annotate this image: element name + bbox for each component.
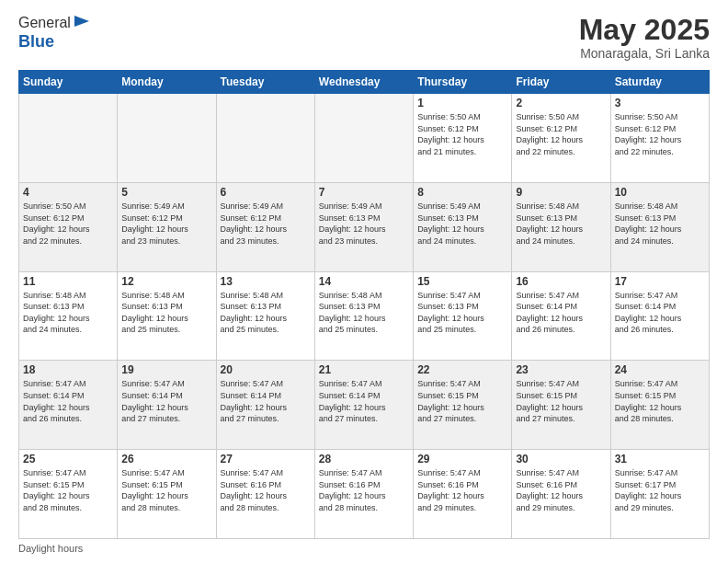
calendar-cell: 25Sunrise: 5:47 AM Sunset: 6:15 PM Dayli… (19, 450, 118, 539)
calendar-cell: 15Sunrise: 5:47 AM Sunset: 6:13 PM Dayli… (414, 271, 512, 361)
day-number: 22 (417, 363, 507, 376)
day-info: Sunrise: 5:49 AM Sunset: 6:12 PM Dayligh… (221, 201, 311, 247)
calendar-cell: 18Sunrise: 5:47 AM Sunset: 6:14 PM Dayli… (19, 361, 118, 450)
day-number: 31 (615, 453, 705, 465)
day-number: 14 (319, 275, 409, 288)
calendar-cell: 1Sunrise: 5:50 AM Sunset: 6:12 PM Daylig… (414, 94, 512, 183)
day-info: Sunrise: 5:47 AM Sunset: 6:16 PM Dayligh… (516, 467, 606, 513)
calendar-cell: 28Sunrise: 5:47 AM Sunset: 6:16 PM Dayli… (314, 450, 413, 539)
title-block: May 2025 Monaragala, Sri Lanka (579, 14, 710, 61)
calendar-cell: 13Sunrise: 5:48 AM Sunset: 6:13 PM Dayli… (216, 271, 314, 361)
calendar-cell: 27Sunrise: 5:47 AM Sunset: 6:16 PM Dayli… (216, 450, 314, 539)
day-info: Sunrise: 5:50 AM Sunset: 6:12 PM Dayligh… (516, 111, 606, 157)
day-header-friday: Friday (512, 71, 610, 94)
month-title: May 2025 (579, 14, 710, 46)
day-number: 15 (417, 275, 507, 288)
day-info: Sunrise: 5:47 AM Sunset: 6:16 PM Dayligh… (319, 467, 409, 513)
day-header-saturday: Saturday (610, 71, 709, 94)
day-number: 2 (516, 97, 606, 109)
day-info: Sunrise: 5:48 AM Sunset: 6:13 PM Dayligh… (121, 290, 211, 336)
day-info: Sunrise: 5:47 AM Sunset: 6:14 PM Dayligh… (121, 378, 211, 424)
calendar-cell: 10Sunrise: 5:48 AM Sunset: 6:13 PM Dayli… (610, 182, 709, 271)
calendar-week-1: 1Sunrise: 5:50 AM Sunset: 6:12 PM Daylig… (19, 94, 710, 183)
calendar-cell: 3Sunrise: 5:50 AM Sunset: 6:12 PM Daylig… (610, 94, 709, 183)
calendar-header-row: SundayMondayTuesdayWednesdayThursdayFrid… (19, 71, 710, 94)
calendar-cell: 6Sunrise: 5:49 AM Sunset: 6:12 PM Daylig… (216, 182, 314, 271)
calendar-table: SundayMondayTuesdayWednesdayThursdayFrid… (18, 70, 710, 539)
day-info: Sunrise: 5:48 AM Sunset: 6:13 PM Dayligh… (615, 201, 705, 247)
day-number: 21 (319, 363, 409, 376)
day-number: 19 (121, 363, 211, 376)
day-info: Sunrise: 5:49 AM Sunset: 6:13 PM Dayligh… (319, 201, 409, 247)
day-info: Sunrise: 5:48 AM Sunset: 6:13 PM Dayligh… (221, 290, 311, 336)
calendar-cell (118, 94, 216, 183)
calendar-cell: 23Sunrise: 5:47 AM Sunset: 6:15 PM Dayli… (512, 361, 610, 450)
day-number: 11 (23, 275, 113, 288)
calendar-cell: 22Sunrise: 5:47 AM Sunset: 6:15 PM Dayli… (414, 361, 512, 450)
daylight-note: Daylight hours (18, 543, 83, 554)
day-number: 25 (23, 453, 113, 465)
day-info: Sunrise: 5:47 AM Sunset: 6:13 PM Dayligh… (417, 290, 507, 336)
day-info: Sunrise: 5:47 AM Sunset: 6:15 PM Dayligh… (417, 378, 507, 424)
calendar-cell: 11Sunrise: 5:48 AM Sunset: 6:13 PM Dayli… (19, 271, 118, 361)
day-info: Sunrise: 5:47 AM Sunset: 6:16 PM Dayligh… (417, 467, 507, 513)
day-header-monday: Monday (118, 71, 216, 94)
day-number: 12 (121, 275, 211, 288)
day-header-thursday: Thursday (414, 71, 512, 94)
day-info: Sunrise: 5:47 AM Sunset: 6:17 PM Dayligh… (615, 467, 705, 513)
day-number: 24 (615, 363, 705, 376)
day-header-sunday: Sunday (19, 71, 118, 94)
day-number: 17 (615, 275, 705, 288)
day-info: Sunrise: 5:47 AM Sunset: 6:14 PM Dayligh… (23, 378, 113, 424)
day-number: 10 (615, 186, 705, 199)
calendar-cell: 26Sunrise: 5:47 AM Sunset: 6:15 PM Dayli… (118, 450, 216, 539)
day-info: Sunrise: 5:49 AM Sunset: 6:12 PM Dayligh… (121, 201, 211, 247)
day-number: 5 (121, 186, 211, 199)
calendar-week-3: 11Sunrise: 5:48 AM Sunset: 6:13 PM Dayli… (19, 271, 710, 361)
day-number: 26 (121, 453, 211, 465)
location: Monaragala, Sri Lanka (579, 46, 710, 61)
day-info: Sunrise: 5:49 AM Sunset: 6:13 PM Dayligh… (417, 201, 507, 247)
day-number: 28 (319, 453, 409, 465)
day-number: 13 (221, 275, 311, 288)
page: General Blue May 2025 Monaragala, Sri La… (0, 0, 728, 563)
calendar-week-4: 18Sunrise: 5:47 AM Sunset: 6:14 PM Dayli… (19, 361, 710, 450)
calendar-cell (314, 94, 413, 183)
day-info: Sunrise: 5:47 AM Sunset: 6:14 PM Dayligh… (319, 378, 409, 424)
day-info: Sunrise: 5:48 AM Sunset: 6:13 PM Dayligh… (516, 201, 606, 247)
day-info: Sunrise: 5:50 AM Sunset: 6:12 PM Dayligh… (615, 111, 705, 157)
calendar-cell: 5Sunrise: 5:49 AM Sunset: 6:12 PM Daylig… (118, 182, 216, 271)
day-number: 23 (516, 363, 606, 376)
calendar-week-2: 4Sunrise: 5:50 AM Sunset: 6:12 PM Daylig… (19, 182, 710, 271)
calendar-cell: 2Sunrise: 5:50 AM Sunset: 6:12 PM Daylig… (512, 94, 610, 183)
day-info: Sunrise: 5:47 AM Sunset: 6:15 PM Dayligh… (615, 378, 705, 424)
calendar-cell: 30Sunrise: 5:47 AM Sunset: 6:16 PM Dayli… (512, 450, 610, 539)
calendar-cell: 9Sunrise: 5:48 AM Sunset: 6:13 PM Daylig… (512, 182, 610, 271)
calendar-cell: 16Sunrise: 5:47 AM Sunset: 6:14 PM Dayli… (512, 271, 610, 361)
day-number: 1 (417, 97, 507, 109)
day-info: Sunrise: 5:47 AM Sunset: 6:15 PM Dayligh… (23, 467, 113, 513)
day-number: 27 (221, 453, 311, 465)
day-number: 8 (417, 186, 507, 199)
calendar-cell: 19Sunrise: 5:47 AM Sunset: 6:14 PM Dayli… (118, 361, 216, 450)
day-header-tuesday: Tuesday (216, 71, 314, 94)
logo: General Blue (18, 14, 91, 52)
calendar-cell: 12Sunrise: 5:48 AM Sunset: 6:13 PM Dayli… (118, 271, 216, 361)
day-info: Sunrise: 5:48 AM Sunset: 6:13 PM Dayligh… (23, 290, 113, 336)
calendar-cell: 24Sunrise: 5:47 AM Sunset: 6:15 PM Dayli… (610, 361, 709, 450)
day-number: 9 (516, 186, 606, 199)
day-number: 20 (221, 363, 311, 376)
footer-note: Daylight hours (18, 543, 710, 554)
calendar-cell: 8Sunrise: 5:49 AM Sunset: 6:13 PM Daylig… (414, 182, 512, 271)
day-info: Sunrise: 5:47 AM Sunset: 6:14 PM Dayligh… (221, 378, 311, 424)
calendar-cell: 31Sunrise: 5:47 AM Sunset: 6:17 PM Dayli… (610, 450, 709, 539)
day-number: 3 (615, 97, 705, 109)
calendar-cell: 7Sunrise: 5:49 AM Sunset: 6:13 PM Daylig… (314, 182, 413, 271)
day-info: Sunrise: 5:48 AM Sunset: 6:13 PM Dayligh… (319, 290, 409, 336)
calendar-cell: 21Sunrise: 5:47 AM Sunset: 6:14 PM Dayli… (314, 361, 413, 450)
day-number: 30 (516, 453, 606, 465)
day-info: Sunrise: 5:50 AM Sunset: 6:12 PM Dayligh… (23, 201, 113, 247)
calendar-cell: 4Sunrise: 5:50 AM Sunset: 6:12 PM Daylig… (19, 182, 118, 271)
day-info: Sunrise: 5:47 AM Sunset: 6:14 PM Dayligh… (516, 290, 606, 336)
svg-marker-0 (74, 16, 89, 27)
